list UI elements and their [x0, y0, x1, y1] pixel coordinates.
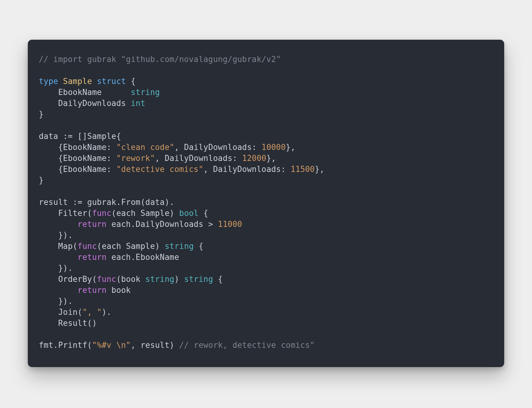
row1-str: "rework": [116, 154, 155, 163]
row0-num: 10000: [261, 143, 286, 152]
printf-pre: fmt.Printf(: [39, 341, 92, 350]
map-open: {: [194, 242, 203, 251]
row2-pre: {EbookName:: [58, 165, 116, 174]
filter-args: (each Sample): [111, 209, 179, 218]
orderby-close-args: ): [174, 275, 184, 284]
kw-struct: struct: [97, 77, 126, 86]
filter-open: {: [199, 209, 208, 218]
type-int: int: [131, 99, 145, 108]
printf-post: , result): [131, 341, 179, 350]
page-background: // import gubrak "github.com/novalagung/…: [0, 0, 532, 408]
row2-num: 11500: [290, 165, 315, 174]
map-pre: Map(: [58, 242, 77, 251]
filter-close: }).: [58, 231, 73, 240]
field-ebook: EbookName: [58, 88, 102, 97]
brace-open: {: [131, 77, 136, 86]
map-body: each.EbookName: [107, 253, 179, 262]
brace-close: }: [39, 110, 44, 119]
return-3: return: [78, 286, 107, 295]
printf-fmt: "%#v \n": [92, 341, 131, 350]
func-kw-2: func: [78, 242, 97, 251]
result-decl: result := gubrak.From(data).: [39, 198, 174, 207]
orderby-argtype: string: [145, 275, 174, 284]
func-kw-1: func: [92, 209, 111, 218]
return-1: return: [78, 220, 107, 229]
join-pre: Join(: [58, 308, 82, 317]
code-block: // import gubrak "github.com/novalagung/…: [39, 54, 493, 351]
join-post: ).: [102, 308, 111, 317]
data-close: }: [39, 176, 44, 185]
kw-type: type: [39, 77, 58, 86]
field-daily: DailyDownloads: [58, 99, 126, 108]
filter-pre: Filter(: [58, 209, 92, 218]
row2-mid: , DailyDownloads:: [203, 165, 290, 174]
map-close: }).: [58, 264, 73, 273]
orderby-close: }).: [58, 297, 73, 306]
map-ret-type: string: [165, 242, 194, 251]
name-sample: Sample: [63, 77, 92, 86]
row1-num: 12000: [242, 154, 266, 163]
map-args: (each Sample): [97, 242, 165, 251]
row2-end: },: [315, 165, 325, 174]
row0-str: "clean code": [116, 143, 174, 152]
row1-pre: {EbookName:: [58, 154, 116, 163]
printf-comment: // rework, detective comics": [179, 341, 315, 350]
return-2: return: [78, 253, 107, 262]
orderby-open: {: [213, 275, 223, 284]
row0-mid: , DailyDownloads:: [174, 143, 261, 152]
filter-num: 11000: [218, 220, 242, 229]
bool-kw: bool: [179, 209, 199, 218]
data-decl: data := []Sample{: [39, 132, 121, 141]
func-kw-3: func: [97, 275, 116, 284]
type-string: string: [131, 88, 160, 97]
row1-mid: , DailyDownloads:: [155, 154, 242, 163]
row0-pre: {EbookName:: [58, 143, 116, 152]
orderby-body: book: [107, 286, 131, 295]
row2-str: "detective comics": [116, 165, 203, 174]
join-str: ", ": [82, 308, 102, 317]
row1-end: },: [266, 154, 276, 163]
code-card: // import gubrak "github.com/novalagung/…: [28, 40, 504, 367]
filter-body: each.DailyDownloads >: [107, 220, 218, 229]
result-call: Result(): [58, 319, 97, 328]
row0-end: },: [286, 143, 296, 152]
orderby-args: (book: [116, 275, 145, 284]
orderby-pre: OrderBy(: [58, 275, 97, 284]
orderby-ret-type: string: [184, 275, 213, 284]
comment-import: // import gubrak "github.com/novalagung/…: [39, 55, 281, 64]
